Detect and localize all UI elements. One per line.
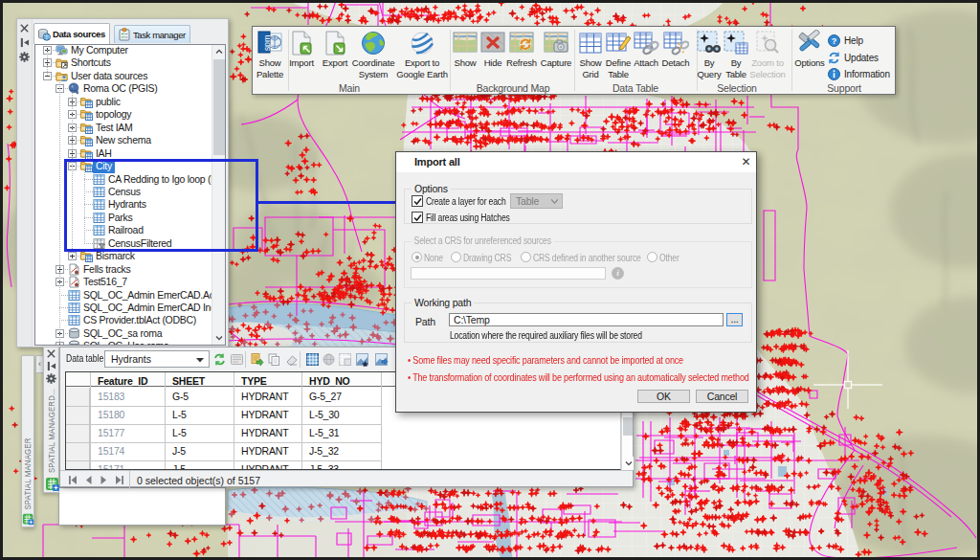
column-header-hyd_no[interactable]: HYD_NO	[309, 373, 350, 387]
ribbon-group-label-support: Support	[787, 82, 902, 94]
options-icon	[789, 30, 831, 56]
palette-properties-gear-icon[interactable]	[19, 52, 30, 62]
tree-item-label: Shortcuts	[71, 56, 111, 69]
table-cell[interactable]: HYDRANT	[241, 406, 288, 420]
table-toolbar-copy-icon[interactable]	[267, 352, 281, 367]
ribbon-button-import[interactable]: Import	[283, 30, 320, 68]
table-cell[interactable]: HYDRANT	[241, 424, 288, 438]
layer-per-dropdown[interactable]: Table	[510, 193, 563, 209]
ok-button[interactable]: OK	[637, 390, 690, 403]
track-file-icon	[68, 276, 80, 288]
fill-hatches-checkbox[interactable]	[412, 212, 423, 223]
table-cell[interactable]: HYDRANT	[241, 442, 288, 457]
palette-autohide-icon[interactable]	[19, 37, 30, 48]
table-panel-autohide-icon[interactable]	[46, 361, 56, 371]
table-cell[interactable]: J-5_33	[309, 460, 339, 470]
table-cell[interactable]: 15171	[98, 460, 124, 470]
ribbon-button-zoom-to-selection[interactable]: Zoom toSelection	[744, 30, 791, 78]
postgis-icon	[68, 82, 80, 95]
table-toolbar-refresh-icon[interactable]	[212, 352, 227, 367]
path-label: Path	[415, 316, 435, 327]
table-cell[interactable]: 15180	[98, 406, 124, 420]
ribbon-button-capture[interactable]: Capture	[535, 30, 577, 68]
dialog-titlebar[interactable]: Import all ✕	[396, 152, 756, 172]
palette-close-icon[interactable]	[19, 23, 30, 34]
table-cell[interactable]: HYDRANT	[241, 388, 288, 402]
layer-combo[interactable]: Hydrants	[104, 350, 210, 368]
table-toolbar-eraser-icon[interactable]	[284, 352, 299, 367]
tab-task-manager[interactable]: Task manager	[114, 25, 190, 43]
note-2: • The transformation of coordinates will…	[408, 371, 749, 383]
tree-scroll-down-icon[interactable]	[212, 331, 226, 345]
table-icon	[68, 289, 80, 302]
nav-prev-icon[interactable]	[83, 475, 94, 485]
table-icon	[68, 314, 80, 326]
table-cell[interactable]: J-5_32	[309, 442, 339, 457]
ribbon-button-updates[interactable]: Updates	[828, 52, 879, 64]
annotation-rectangle	[64, 159, 258, 252]
cancel-button[interactable]: Cancel	[696, 390, 748, 403]
tree-item-label: Test IAM	[96, 122, 132, 134]
browse-button[interactable]: ...	[726, 313, 743, 326]
column-header-type[interactable]: TYPE	[241, 373, 267, 387]
create-layer-checkbox[interactable]	[412, 195, 423, 207]
annotation-connector-line	[258, 201, 399, 204]
table-toolbar-sphere-icon[interactable]	[322, 352, 336, 367]
import-icon	[283, 30, 320, 56]
radio-crs-defined-in-another-source[interactable]	[521, 252, 531, 262]
spatial-manager-vertical-title: SPATIAL MANAGERD...	[47, 387, 56, 475]
tree-item-label: Roma OC (PGIS)	[83, 82, 157, 95]
tree-scrollbar-thumb[interactable]	[213, 59, 225, 155]
table-panel-gear-icon[interactable]	[46, 373, 56, 384]
map-capture-icon	[535, 30, 577, 56]
table-toolbar-img-arrow-icon[interactable]	[374, 352, 389, 367]
ribbon-button-information[interactable]: Information	[828, 68, 890, 80]
nav-first-icon[interactable]	[68, 475, 78, 485]
table-toolbar-img-star-icon[interactable]	[355, 352, 369, 367]
ribbon-button-options[interactable]: Options	[789, 30, 831, 68]
schema-icon	[80, 147, 93, 160]
table-cell[interactable]: G-5	[172, 388, 189, 402]
table-cell[interactable]: J-5	[172, 460, 186, 470]
table-cell[interactable]: 15177	[98, 424, 124, 438]
tree-scroll-up-icon[interactable]	[212, 45, 226, 58]
table-cell[interactable]: 15183	[98, 388, 124, 402]
table-scroll-down-icon[interactable]	[622, 457, 634, 470]
radio-none[interactable]	[412, 252, 422, 262]
nav-next-icon[interactable]	[99, 475, 109, 485]
ribbon-button-show-palette[interactable]: spmShowPalette	[253, 30, 287, 78]
table-cell[interactable]: L-5_30	[309, 406, 340, 420]
empty-docked-panel	[58, 487, 226, 526]
table-toolbar-insert-icon[interactable]	[250, 352, 264, 367]
options-group-label: Options	[412, 183, 451, 194]
create-layer-label: Create a layer for each	[426, 196, 506, 207]
column-header-feature_id[interactable]: Feature_ID	[98, 373, 147, 387]
spatial-manager-logo-icon	[45, 477, 60, 492]
table-cell[interactable]: J-5	[172, 442, 186, 457]
information-icon	[828, 68, 840, 80]
table-cell[interactable]: 15174	[98, 442, 124, 457]
radio-other[interactable]	[647, 252, 657, 262]
table-toolbar-form-icon[interactable]	[230, 352, 244, 367]
row-selector-column	[66, 388, 90, 470]
radio-drawing-crs[interactable]	[451, 252, 461, 262]
table-cell[interactable]: L-5	[172, 406, 187, 420]
ribbon-button-help[interactable]: ?Help	[828, 34, 863, 47]
table-panel-close-icon[interactable]	[46, 348, 56, 359]
import-all-dialog: Import all ✕ Options Create a layer for …	[395, 151, 757, 413]
table-scrollbar-thumb[interactable]	[623, 417, 633, 436]
table-cell[interactable]: G-5_27	[309, 388, 342, 402]
table-cell[interactable]: L-5_31	[309, 424, 340, 438]
ribbon-button-export-to-google-earth[interactable]: Export toGoogle Earth	[390, 30, 454, 78]
column-header-sheet[interactable]: SHEET	[172, 373, 205, 387]
nav-last-icon[interactable]	[114, 475, 124, 485]
path-input[interactable]: C:\Temp	[449, 313, 724, 326]
ribbon-button-detach[interactable]: Detach	[657, 30, 695, 68]
table-cell[interactable]: HYDRANT	[241, 460, 288, 470]
tab-data-sources[interactable]: Data sources	[33, 23, 110, 44]
help-icon: ?	[828, 34, 840, 47]
table-toolbar-grid-blue-icon[interactable]	[305, 352, 320, 367]
dialog-close-icon[interactable]: ✕	[739, 155, 753, 169]
table-toolbar-grid-faded-icon[interactable]	[338, 352, 352, 367]
table-cell[interactable]: L-5	[172, 424, 187, 438]
